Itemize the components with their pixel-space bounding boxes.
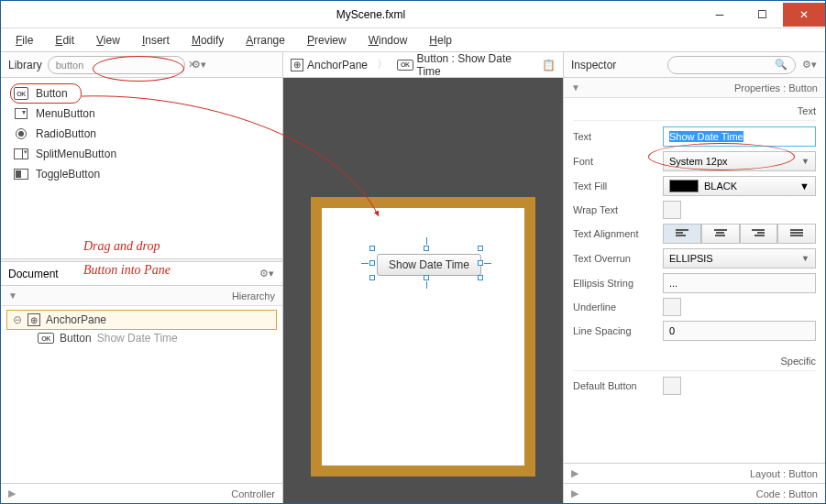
clipboard-icon[interactable]: 📋 <box>542 59 556 71</box>
radiobutton-icon <box>14 127 28 140</box>
text-input[interactable] <box>663 126 816 147</box>
menubutton-icon <box>14 107 28 120</box>
window-title: MyScene.fxml <box>43 8 699 21</box>
hierarchy-root[interactable]: ⊖ ⊕ AnchorPane <box>6 310 277 330</box>
window-minimize-button[interactable]: ─ <box>699 3 741 27</box>
color-swatch <box>669 180 699 192</box>
font-combo[interactable]: System 12px▼ <box>663 151 816 171</box>
align-center-button[interactable] <box>701 224 740 244</box>
defaultbutton-checkbox[interactable] <box>663 377 681 395</box>
breadcrumb-root[interactable]: ⊕ AnchorPane <box>291 59 368 71</box>
chevron-down-icon: ▼ <box>801 157 809 166</box>
window-titlebar: MyScene.fxml ─ ☐ ✕ <box>1 1 825 28</box>
menu-edit[interactable]: Edit <box>46 32 83 49</box>
hierarchy-tree: ⊖ ⊕ AnchorPane OK Button Show Date Time <box>1 306 282 483</box>
hierarchy-subheader[interactable]: ▼ Hierarchy <box>1 286 282 306</box>
properties-section-header[interactable]: ▼ Properties : Button <box>564 78 825 98</box>
prop-textalign: Text Alignment <box>573 224 816 244</box>
expand-icon: ▶ <box>571 488 578 499</box>
annotation-text-1: Drag and drop <box>83 239 160 254</box>
window-close-button[interactable]: ✕ <box>783 3 825 27</box>
menu-window[interactable]: Window <box>359 32 417 49</box>
library-item-togglebutton[interactable]: ToggleButton <box>1 164 282 184</box>
library-header: Library ✕ ⚙▾ <box>1 52 282 78</box>
anchorpane-icon: ⊕ <box>291 59 303 71</box>
library-list: OK Button MenuButton RadioButton SplitMe… <box>1 78 282 258</box>
prop-underline: Underline <box>573 298 816 316</box>
properties-panel: Text Text Font System 12px▼ Text Fill BL… <box>564 98 825 463</box>
menubar: File Edit View Insert Modify Arrange Pre… <box>1 28 825 52</box>
section-specific: Specific <box>573 352 816 371</box>
menu-insert[interactable]: Insert <box>133 32 179 49</box>
align-justify-button[interactable] <box>777 224 816 244</box>
library-item-button[interactable]: OK Button <box>1 83 282 104</box>
textalign-group <box>663 224 816 244</box>
chevron-down-icon: ▼ <box>801 254 809 263</box>
collapse-icon: ▼ <box>8 290 17 301</box>
layout-section-header[interactable]: ▶ Layout : Button <box>564 463 825 483</box>
library-item-radiobutton[interactable]: RadioButton <box>1 124 282 144</box>
textfill-combo[interactable]: BLACK▼ <box>663 176 816 196</box>
controller-subheader[interactable]: ▶ Controller <box>1 483 282 503</box>
prop-textfill: Text Fill BLACK▼ <box>573 176 816 196</box>
inspector-search[interactable]: 🔍 <box>667 56 796 74</box>
prop-wraptext: Wrap Text <box>573 201 816 219</box>
menu-preview[interactable]: Preview <box>298 32 356 49</box>
library-item-splitmenubutton[interactable]: SplitMenuButton <box>1 144 282 164</box>
align-left-button[interactable] <box>663 224 701 244</box>
anchorpane-canvas[interactable]: Show Date Time <box>322 208 524 466</box>
pane-border: Show Date Time <box>311 197 535 477</box>
prop-overrun: Text Overrun ELLIPSIS▼ <box>573 248 816 268</box>
breadcrumb-bar: ⊕ AnchorPane 〉 OK Button : Show Date Tim… <box>283 52 563 78</box>
button-icon: OK <box>14 87 28 100</box>
search-icon: 🔍 <box>775 59 787 71</box>
prop-defaultbutton: Default Button <box>573 377 816 395</box>
prop-font: Font System 12px▼ <box>573 151 816 171</box>
library-search-input[interactable] <box>56 60 182 71</box>
prop-linespacing: Line Spacing <box>573 321 816 341</box>
anchorpane-icon: ⊕ <box>28 313 40 326</box>
button-icon: OK <box>397 60 413 71</box>
library-menu-button[interactable]: ⚙▾ <box>191 57 207 73</box>
menu-file[interactable]: File <box>6 32 42 49</box>
linespacing-input[interactable] <box>663 321 816 341</box>
prop-ellipsis: Ellipsis String <box>573 273 816 293</box>
menu-modify[interactable]: Modify <box>182 32 233 49</box>
overrun-combo[interactable]: ELLIPSIS▼ <box>663 248 816 268</box>
annotation-text-2: Button into Pane <box>83 263 171 278</box>
hierarchy-child-button[interactable]: OK Button Show Date Time <box>6 330 277 346</box>
design-canvas[interactable]: Show Date Time <box>283 78 563 503</box>
chevron-down-icon: ▼ <box>799 181 809 192</box>
placed-button[interactable]: Show Date Time <box>377 254 481 276</box>
inspector-header: Inspector 🔍 ⚙▾ <box>564 52 825 78</box>
expand-icon: ▶ <box>571 467 578 479</box>
section-text: Text <box>573 102 816 121</box>
splitmenubutton-icon <box>14 148 28 160</box>
menu-arrange[interactable]: Arrange <box>237 32 294 49</box>
code-section-header[interactable]: ▶ Code : Button <box>564 483 825 503</box>
document-title: Document <box>8 268 59 280</box>
wraptext-checkbox[interactable] <box>663 201 681 219</box>
breadcrumb-separator-icon: 〉 <box>375 57 390 72</box>
expand-icon[interactable]: ⊖ <box>13 313 22 326</box>
align-right-button[interactable] <box>740 224 778 244</box>
expand-icon: ▶ <box>8 488 16 499</box>
togglebutton-icon <box>14 168 28 181</box>
menu-help[interactable]: Help <box>420 32 461 49</box>
menu-view[interactable]: View <box>87 32 129 49</box>
prop-text: Text <box>573 126 816 147</box>
library-title: Library <box>8 59 42 71</box>
collapse-icon: ▼ <box>571 82 580 93</box>
ellipsis-input[interactable] <box>663 273 816 293</box>
inspector-title: Inspector <box>571 59 616 71</box>
document-menu-button[interactable]: ⚙▾ <box>259 266 275 282</box>
underline-checkbox[interactable] <box>663 298 681 316</box>
library-item-menubutton[interactable]: MenuButton <box>1 104 282 124</box>
button-icon: OK <box>38 333 54 344</box>
breadcrumb-child[interactable]: OK Button : Show Date Time <box>397 52 534 78</box>
window-maximize-button[interactable]: ☐ <box>741 3 783 27</box>
library-search[interactable]: ✕ <box>48 56 185 74</box>
inspector-menu-button[interactable]: ⚙▾ <box>801 57 818 73</box>
